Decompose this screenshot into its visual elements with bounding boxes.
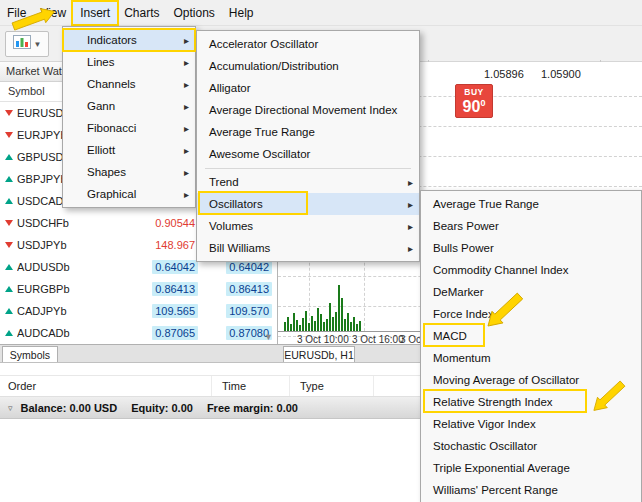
collapse-icon[interactable]: ▿	[8, 403, 13, 413]
menu-item-force-index[interactable]: Force Index	[421, 303, 641, 325]
menu-item-lines[interactable]: Lines▸	[63, 51, 195, 73]
menu-item-elliott[interactable]: Elliott▸	[63, 139, 195, 161]
volume-bar	[320, 314, 322, 331]
sell-price-label: 1.05896	[484, 68, 524, 80]
time-axis-label: 3 Oct 10:00	[297, 334, 349, 344]
buy-button[interactable]: BUY 900	[455, 84, 493, 118]
tick-arrow-icon	[5, 110, 13, 116]
menu-item-relative-vigor-index[interactable]: Relative Vigor Index	[421, 413, 641, 435]
menu-item-relative-strength-index[interactable]: Relative Strength Index	[421, 391, 641, 413]
tab-symbols[interactable]: Symbols	[2, 346, 58, 363]
menu-item-fibonacci[interactable]: Fibonacci▸	[63, 117, 195, 139]
menu-item-accumulation-distribution[interactable]: Accumulation/Distribution	[197, 55, 419, 77]
menu-item-bears-power[interactable]: Bears Power	[421, 215, 641, 237]
menu-item-shapes[interactable]: Shapes▸	[63, 161, 195, 183]
scroll-down-icon[interactable]: ▼	[264, 332, 273, 342]
menu-item-trend[interactable]: Trend▸	[197, 171, 419, 193]
volume-bar	[287, 317, 289, 331]
time-axis-label: 3 Oct 16:00	[352, 334, 404, 344]
menu-item-oscillators[interactable]: Oscillators▸	[197, 193, 419, 215]
submenu-arrow-icon: ▸	[184, 101, 189, 112]
menu-item-williams-percent-range[interactable]: Williams' Percent Range	[421, 479, 641, 501]
new-chart-icon	[13, 35, 31, 53]
volume-bar	[344, 319, 346, 331]
submenu-arrow-icon: ▸	[408, 243, 413, 254]
submenu-arrow-icon: ▸	[184, 57, 189, 68]
volume-bar	[308, 323, 310, 331]
menu-item-graphical[interactable]: Graphical▸	[63, 183, 195, 205]
submenu-arrow-icon: ▸	[408, 199, 413, 210]
tick-arrow-icon	[5, 198, 13, 204]
menu-item-accelerator-oscillator[interactable]: Accelerator Oscillator	[197, 33, 419, 55]
tick-arrow-icon	[5, 330, 13, 336]
submenu-arrow-icon: ▸	[184, 167, 189, 178]
submenu-arrow-icon: ▸	[184, 145, 189, 156]
menu-item-alligator[interactable]: Alligator	[197, 77, 419, 99]
submenu-arrow-icon: ▸	[184, 79, 189, 90]
menu-item-demarker[interactable]: DeMarker	[421, 281, 641, 303]
insert-dropdown-menu: Indicators▸ Lines▸ Channels▸ Gann▸ Fibon…	[62, 26, 196, 208]
balance-value: Balance: 0.00 USD	[21, 402, 118, 414]
column-order[interactable]: Order	[0, 376, 212, 396]
tick-arrow-icon	[5, 242, 13, 248]
market-watch-row[interactable]: AUDCADb0.870650.87080	[0, 322, 277, 344]
volume-bar	[323, 322, 325, 331]
chevron-down-icon: ▼	[34, 40, 42, 49]
menu-item-bill-williams[interactable]: Bill Williams▸	[197, 237, 419, 259]
market-watch-row[interactable]: CADJPYb109.565109.570	[0, 300, 277, 322]
menu-help[interactable]: Help	[222, 2, 261, 24]
menu-item-momentum[interactable]: Momentum	[421, 347, 641, 369]
volume-bar	[311, 316, 313, 331]
menu-item-commodity-channel-index[interactable]: Commodity Channel Index	[421, 259, 641, 281]
volume-bar	[350, 322, 352, 331]
equity-value: Equity: 0.00	[131, 402, 193, 414]
menu-item-indicators[interactable]: Indicators▸	[63, 29, 195, 51]
column-type[interactable]: Type	[290, 376, 374, 396]
volume-bar	[347, 313, 349, 331]
tick-arrow-icon	[5, 220, 13, 226]
free-margin-value: Free margin: 0.00	[207, 402, 298, 414]
menu-insert[interactable]: Insert	[73, 2, 117, 24]
menu-view[interactable]: View	[33, 2, 73, 24]
submenu-arrow-icon: ▸	[408, 177, 413, 188]
tick-arrow-icon	[5, 132, 13, 138]
menu-item-moving-average-of-oscillator[interactable]: Moving Average of Oscillator	[421, 369, 641, 391]
menu-charts[interactable]: Charts	[117, 2, 166, 24]
volume-bar	[338, 285, 340, 331]
oscillators-submenu: Average True Range Bears Power Bulls Pow…	[420, 190, 642, 502]
menu-item-average-directional-movement-index[interactable]: Average Directional Movement Index	[197, 99, 419, 121]
menu-item-stochastic-oscillator[interactable]: Stochastic Oscillator	[421, 435, 641, 457]
tick-arrow-icon	[5, 308, 13, 314]
tab-chart-eurusd-h1[interactable]: EURUSDb, H1	[283, 346, 355, 363]
volume-bar	[359, 321, 361, 331]
volume-bar	[326, 319, 328, 331]
volume-bar	[305, 311, 307, 331]
volume-bar	[302, 318, 304, 331]
menu-item-macd[interactable]: MACD	[421, 325, 641, 347]
volume-bar	[284, 322, 286, 331]
menu-item-channels[interactable]: Channels▸	[63, 73, 195, 95]
tick-arrow-icon	[5, 154, 13, 160]
volume-histogram	[284, 281, 361, 331]
new-chart-button[interactable]: ▼	[5, 31, 49, 57]
menu-item-average-true-range[interactable]: Average True Range	[421, 193, 641, 215]
menu-item-bulls-power[interactable]: Bulls Power	[421, 237, 641, 259]
market-watch-row[interactable]: EURGBPb0.864130.86413	[0, 278, 277, 300]
menu-item-awesome-oscillator[interactable]: Awesome Oscillator	[197, 143, 419, 165]
volume-bar	[353, 317, 355, 331]
menu-item-gann[interactable]: Gann▸	[63, 95, 195, 117]
menu-bar: File View Insert Charts Options Help	[0, 0, 642, 26]
menu-item-average-true-range[interactable]: Average True Range	[197, 121, 419, 143]
indicators-submenu: Accelerator Oscillator Accumulation/Dist…	[196, 30, 420, 262]
submenu-arrow-icon: ▸	[184, 123, 189, 134]
submenu-arrow-icon: ▸	[184, 189, 189, 200]
volume-bar	[332, 317, 334, 331]
tick-arrow-icon	[5, 176, 13, 182]
menu-options[interactable]: Options	[167, 2, 222, 24]
volume-bar	[341, 298, 343, 331]
menu-file[interactable]: File	[0, 2, 33, 24]
menu-item-volumes[interactable]: Volumes▸	[197, 215, 419, 237]
volume-bar	[293, 313, 295, 331]
column-time[interactable]: Time	[212, 376, 290, 396]
menu-item-triple-exponential-average[interactable]: Triple Exponential Average	[421, 457, 641, 479]
